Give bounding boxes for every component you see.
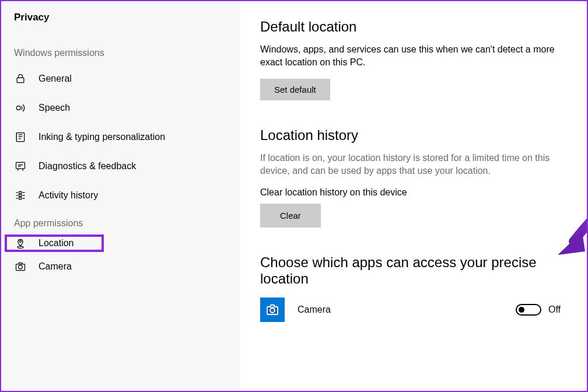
sidebar-item-label: Location <box>38 238 74 249</box>
sidebar-item-label: Camera <box>38 261 72 272</box>
content-pane: Default location Windows, apps, and serv… <box>240 1 587 391</box>
sidebar-item-label: General <box>38 74 72 84</box>
svg-marker-13 <box>558 232 585 255</box>
history-icon <box>14 189 27 202</box>
lock-icon <box>14 72 27 85</box>
sidebar: Privacy Windows permissions General Spee… <box>1 1 240 391</box>
app-row-camera: Camera Off <box>260 295 569 322</box>
page-title: Privacy <box>1 12 240 40</box>
svg-point-12 <box>270 308 275 313</box>
sidebar-item-activity[interactable]: Activity history <box>1 181 240 210</box>
location-history-text: If location is on, your location history… <box>260 152 569 178</box>
clear-button[interactable]: Clear <box>260 204 321 228</box>
svg-rect-5 <box>19 194 22 196</box>
sidebar-item-label: Activity history <box>38 190 98 201</box>
app-name: Camera <box>298 304 516 315</box>
sidebar-item-label: Speech <box>38 103 70 113</box>
section-header-windows: Windows permissions <box>1 40 240 64</box>
sidebar-item-diagnostics[interactable]: Diagnostics & feedback <box>1 152 240 181</box>
location-history-heading: Location history <box>260 127 569 144</box>
svg-rect-0 <box>17 78 24 82</box>
toggle-track[interactable] <box>516 304 541 316</box>
default-location-section: Default location Windows, apps, and serv… <box>260 19 569 100</box>
svg-rect-4 <box>19 191 22 193</box>
sidebar-item-camera[interactable]: Camera <box>1 252 240 281</box>
sidebar-item-speech[interactable]: Speech <box>1 93 240 123</box>
apps-access-section: Choose which apps can access your precis… <box>260 254 569 322</box>
svg-point-10 <box>19 265 23 270</box>
toggle-state: Off <box>548 304 569 315</box>
sidebar-item-location[interactable]: Location <box>5 235 104 252</box>
speech-icon <box>14 102 27 114</box>
sidebar-item-general[interactable]: General <box>1 64 240 93</box>
camera-toggle[interactable]: Off <box>516 304 569 316</box>
svg-rect-2 <box>16 133 24 142</box>
sidebar-item-label: Diagnostics & feedback <box>38 161 136 172</box>
location-history-section: Location history If location is on, your… <box>260 127 569 228</box>
clear-history-label: Clear location history on this device <box>260 187 569 198</box>
svg-point-1 <box>16 106 20 110</box>
location-icon <box>14 237 27 250</box>
camera-app-icon <box>260 298 285 322</box>
svg-point-8 <box>18 246 23 248</box>
apps-access-heading: Choose which apps can access your precis… <box>260 254 569 287</box>
feedback-icon <box>14 160 27 173</box>
sidebar-item-label: Inking & typing personalization <box>38 132 165 142</box>
inking-icon <box>14 131 27 144</box>
camera-icon <box>14 260 27 273</box>
section-header-app: App permissions <box>1 210 240 235</box>
svg-point-7 <box>19 240 21 242</box>
sidebar-item-inking[interactable]: Inking & typing personalization <box>1 123 240 152</box>
toggle-knob <box>519 307 524 313</box>
default-location-heading: Default location <box>260 19 569 35</box>
default-location-text: Windows, apps, and services can use this… <box>260 43 569 69</box>
set-default-button[interactable]: Set default <box>260 79 330 100</box>
svg-rect-6 <box>19 197 22 199</box>
svg-rect-3 <box>16 162 25 169</box>
